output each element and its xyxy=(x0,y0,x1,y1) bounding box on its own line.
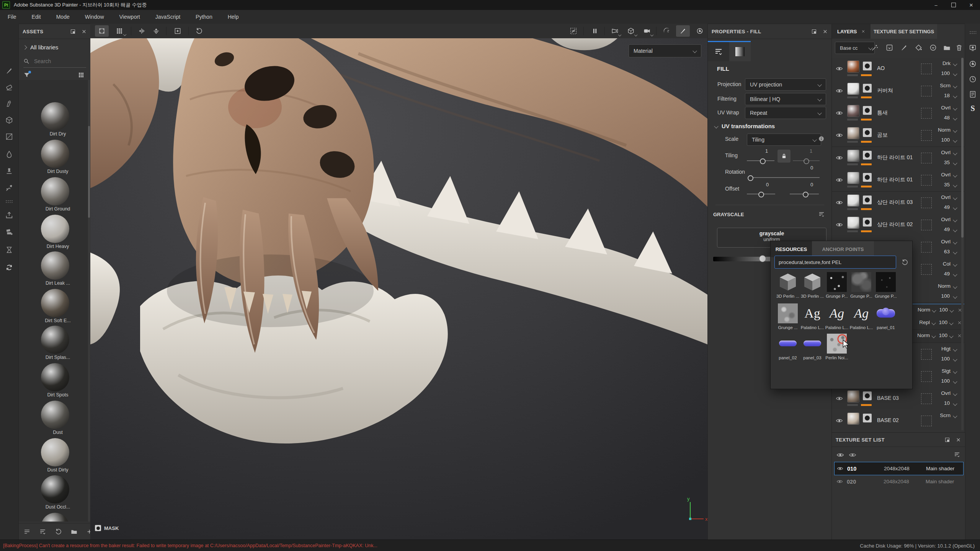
layer-mask-thumbnail[interactable] xyxy=(863,414,872,422)
save-list-icon[interactable] xyxy=(23,528,31,535)
add-effect-icon[interactable] xyxy=(871,44,879,52)
close-panel-icon[interactable] xyxy=(81,29,87,34)
layer-thumbnail[interactable] xyxy=(847,83,859,95)
refresh-results-icon[interactable] xyxy=(901,259,908,266)
delete-layer-icon[interactable] xyxy=(955,44,963,52)
layer-name[interactable]: 하단 라이트 01 xyxy=(877,154,913,161)
projection-tool-icon[interactable] xyxy=(5,99,13,108)
layer-blend-mode[interactable]: Hlgt xyxy=(941,346,951,352)
scale-dropdown[interactable]: Tiling xyxy=(747,134,821,146)
tab-anchor-points[interactable]: ANCHOR POINTS xyxy=(812,241,874,257)
layer-mask-thumbnail[interactable] xyxy=(863,173,872,182)
rotation-knob[interactable] xyxy=(748,175,753,181)
menu-mode[interactable]: Mode xyxy=(49,14,77,20)
asset-thumb[interactable] xyxy=(41,251,69,280)
effect-blend-mode[interactable]: Norm xyxy=(917,333,930,338)
layer-row[interactable]: BASE 03 Ovrl 10 xyxy=(832,388,964,410)
assets-scrollbar[interactable] xyxy=(88,80,90,522)
effect-opacity[interactable]: 100 xyxy=(939,307,948,313)
layer-thumbnail[interactable] xyxy=(847,60,859,73)
menu-edit[interactable]: Edit xyxy=(24,14,49,20)
resource-thumb-grunge[interactable] xyxy=(851,272,871,292)
layer-thumbnail[interactable] xyxy=(847,105,859,117)
texture-set-row[interactable]: 020 2048x2048 Main shader xyxy=(834,475,963,488)
asset-thumb[interactable] xyxy=(41,401,69,429)
display-settings-icon[interactable] xyxy=(969,44,977,52)
rotation-slider[interactable] xyxy=(748,177,820,178)
layer-visibility-icon[interactable] xyxy=(836,87,843,95)
tiling-grid-button[interactable] xyxy=(113,25,126,37)
offset-x-value[interactable]: 0 xyxy=(766,182,769,187)
offset-x-knob[interactable] xyxy=(758,192,764,197)
resource-thumb-panel[interactable] xyxy=(876,303,896,323)
layer-visibility-icon[interactable] xyxy=(836,154,843,161)
reset-view-button[interactable] xyxy=(192,25,206,37)
resource-thumb-grunge[interactable] xyxy=(778,303,798,323)
transform-button[interactable] xyxy=(95,25,109,37)
layer-opacity[interactable]: 48 xyxy=(944,115,950,121)
menu-help[interactable]: Help xyxy=(220,14,247,20)
layer-thumbnail[interactable] xyxy=(847,172,859,184)
layer-name[interactable]: 곰보 xyxy=(877,132,888,139)
layer-opacity[interactable]: 49 xyxy=(944,271,950,277)
layer-name[interactable]: BASE 02 xyxy=(877,417,899,423)
layer-visibility-icon[interactable] xyxy=(836,109,843,117)
layer-name[interactable]: 커버쳐 xyxy=(877,87,893,94)
layer-blend-mode[interactable]: Slgt xyxy=(942,368,951,374)
menu-javascript[interactable]: JavaScript xyxy=(148,14,188,20)
layer-row[interactable]: 곰보 Norm 100 xyxy=(832,124,964,147)
minimize-button[interactable]: – xyxy=(927,0,945,10)
asset-thumb[interactable] xyxy=(41,215,69,243)
viewport-3d[interactable]: y x xyxy=(90,38,707,540)
layer-name[interactable]: 하단 라이트 01 xyxy=(877,176,913,183)
menu-window[interactable]: Window xyxy=(77,14,112,20)
offset-y-knob[interactable] xyxy=(803,192,808,197)
layer-blend-mode[interactable]: Drk xyxy=(942,60,951,66)
close-panel-icon[interactable] xyxy=(956,437,961,443)
texture-set-shader[interactable]: Main shader xyxy=(926,466,954,471)
screenshot-button[interactable] xyxy=(693,25,707,37)
layer-thumbnail[interactable] xyxy=(847,194,859,207)
layer-visibility-icon[interactable] xyxy=(836,417,843,424)
asset-thumb[interactable] xyxy=(41,326,69,354)
uv-transformations-header[interactable]: UV transformations xyxy=(715,123,775,129)
pause-engine-button[interactable] xyxy=(588,25,602,37)
effect-blend-mode[interactable]: Repl xyxy=(919,320,930,325)
layer-row[interactable]: 틈새 Ovrl 48 xyxy=(832,102,964,125)
clone-tool-icon[interactable] xyxy=(5,167,13,175)
texture-set-shader[interactable]: Main shader xyxy=(926,479,954,484)
asset-search[interactable] xyxy=(23,58,86,68)
asset-thumb[interactable] xyxy=(41,363,69,391)
close-button[interactable]: ✕ xyxy=(962,0,980,10)
paint-mode-button[interactable] xyxy=(676,25,690,37)
layer-mask-thumbnail[interactable] xyxy=(863,62,872,70)
asset-thumb[interactable] xyxy=(41,140,69,168)
layer-blend-mode[interactable]: Ovrl xyxy=(941,239,951,245)
move-list-icon[interactable] xyxy=(39,528,46,535)
tab-layers[interactable]: LAYERS xyxy=(832,24,872,39)
float-panel-icon[interactable] xyxy=(811,29,817,34)
asset-thumb[interactable] xyxy=(41,177,69,205)
layer-blend-mode[interactable]: Ovrl xyxy=(941,172,951,178)
layer-thumbnail[interactable] xyxy=(847,127,859,139)
tiling-y-value[interactable]: 1 xyxy=(810,148,812,154)
resource-thumb-panel[interactable] xyxy=(778,334,798,354)
layer-blend-mode[interactable]: Ovrl xyxy=(941,150,951,155)
mask-chip[interactable]: MASK xyxy=(95,525,119,531)
effect-blend-mode[interactable]: Norm xyxy=(918,307,930,313)
offset-y-value[interactable]: 0 xyxy=(810,182,813,187)
layer-blend-mode[interactable]: Ovrl xyxy=(941,194,951,200)
layer-name[interactable]: 틈새 xyxy=(877,109,888,116)
add-group-icon[interactable] xyxy=(943,44,951,52)
resource-thumb-font[interactable]: Ag xyxy=(827,303,847,323)
material-picker-tool-icon[interactable] xyxy=(5,184,13,192)
layer-mask-thumbnail[interactable] xyxy=(863,151,872,160)
layer-thumbnail[interactable] xyxy=(847,390,859,403)
perspective-camera-button[interactable] xyxy=(608,25,622,37)
maximize-button[interactable] xyxy=(945,0,962,10)
uv-wrap-dropdown[interactable]: Repeat xyxy=(745,107,826,119)
asset-thumb[interactable] xyxy=(41,289,69,317)
camera-settings-icon[interactable] xyxy=(969,60,977,68)
layer-opacity[interactable]: 100 xyxy=(941,70,950,76)
substance-share-icon[interactable]: S xyxy=(969,104,977,112)
